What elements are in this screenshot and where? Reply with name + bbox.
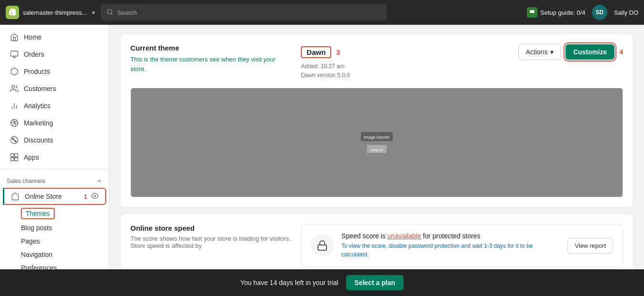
speed-card: Online store speed The score shows how f… xyxy=(121,214,633,269)
store-name-label: salemaster-thimpress... xyxy=(23,9,87,16)
preview-mobile-text: Image banner xyxy=(364,135,390,140)
topbar: salemaster-thimpress... ▾ Setup guide: 0… xyxy=(0,0,644,25)
theme-badge-number: 3 xyxy=(336,48,340,56)
preview-mobile-image-content: Image banner Shop all xyxy=(131,88,623,197)
sidebar-item-products[interactable]: Products xyxy=(3,63,106,80)
marketing-icon xyxy=(10,118,19,128)
sidebar: Home Orders Products xyxy=(0,25,109,269)
sales-channels-section: Sales channels ＋ xyxy=(0,172,109,187)
view-report-button[interactable]: View report xyxy=(567,238,613,254)
orders-icon xyxy=(10,50,19,59)
theme-name-row: Dawn 3 Actions ▾ Customize 4 xyxy=(301,44,623,60)
speed-info-card: Speed score is unavailable for protected… xyxy=(301,224,623,267)
discounts-icon xyxy=(10,135,19,145)
products-icon xyxy=(10,67,19,76)
sidebar-item-analytics[interactable]: Analytics xyxy=(3,97,106,114)
theme-version-label: Dawn version 5.0.0 xyxy=(301,71,623,80)
analytics-icon xyxy=(10,101,19,111)
sidebar-sub-item-blog-posts[interactable]: Blog posts xyxy=(0,221,109,235)
apps-icon xyxy=(10,153,19,162)
customize-button[interactable]: Customize xyxy=(565,44,614,60)
theme-actions-area: Actions ▾ Customize 4 xyxy=(518,44,623,60)
online-store-row[interactable]: Online Store 1 xyxy=(3,188,106,205)
sidebar-wrapper: Home Orders Products xyxy=(0,25,109,269)
setup-guide-button[interactable]: Setup guide: 0/4 xyxy=(527,7,585,18)
user-name-label: Sally DO xyxy=(614,9,638,16)
select-plan-button[interactable]: Select a plan xyxy=(346,275,404,290)
sidebar-item-marketing[interactable]: Marketing xyxy=(3,114,106,132)
theme-preview: salemaster-thimpress-store xyxy=(130,88,623,197)
store-logo-button[interactable]: salemaster-thimpress... ▾ xyxy=(6,6,95,19)
store-chevron-icon: ▾ xyxy=(92,9,95,16)
sidebar-item-discounts-label: Discounts xyxy=(24,136,53,144)
eye-icon[interactable] xyxy=(91,192,99,201)
online-store-label: Online Store xyxy=(25,193,82,200)
shopify-logo-icon xyxy=(6,6,19,19)
current-theme-card: Current theme This is the theme customer… xyxy=(121,34,633,207)
svg-rect-13 xyxy=(15,158,18,161)
speed-unavailable-highlight: unavailable xyxy=(387,232,421,240)
sidebar-item-analytics-label: Analytics xyxy=(24,102,50,110)
speed-section: Online store speed The score shows how f… xyxy=(130,224,623,267)
online-store-number: 1 xyxy=(84,193,87,200)
speed-section-desc: The score shows how fast your store is l… xyxy=(130,235,291,249)
svg-rect-10 xyxy=(11,154,14,157)
svg-point-2 xyxy=(12,85,15,88)
customize-number: 4 xyxy=(619,48,623,56)
sidebar-item-home[interactable]: Home xyxy=(3,29,106,46)
add-sales-channel-icon[interactable]: ＋ xyxy=(97,177,102,185)
flag-icon xyxy=(527,7,537,18)
online-store-container: Online Store 1 xyxy=(0,188,109,205)
sidebar-divider xyxy=(0,169,109,169)
svg-rect-11 xyxy=(15,154,18,157)
current-theme-desc: This is the theme customers see when the… xyxy=(130,55,291,73)
themes-sub-item[interactable]: Themes xyxy=(0,206,109,221)
search-input[interactable] xyxy=(117,9,381,16)
avatar[interactable]: SD xyxy=(592,5,607,20)
lock-icon-wrap xyxy=(311,234,334,257)
sidebar-sub-item-pages[interactable]: Pages xyxy=(0,235,109,248)
speed-left: Online store speed The score shows how f… xyxy=(130,224,291,249)
sidebar-item-apps[interactable]: Apps xyxy=(3,149,106,166)
svg-rect-16 xyxy=(318,245,327,250)
online-store-icon xyxy=(10,192,20,201)
themes-label[interactable]: Themes xyxy=(21,208,55,219)
preview-mobile-image: Image banner Shop all xyxy=(550,109,620,195)
sidebar-item-customers-label: Customers xyxy=(24,85,56,92)
trial-text: You have 14 days left in your trial xyxy=(240,279,338,286)
actions-label: Actions xyxy=(525,48,547,56)
preview-mobile: Welcome to our store ☰ salemaster-thimpr… xyxy=(546,88,623,197)
sidebar-sub-item-preferences[interactable]: Preferences xyxy=(0,261,109,269)
search-icon xyxy=(107,9,113,17)
theme-header: Current theme This is the theme customer… xyxy=(130,44,623,80)
sidebar-nav: Home Orders Products xyxy=(0,25,109,269)
search-bar xyxy=(101,4,386,20)
speed-section-title: Online store speed xyxy=(130,224,291,232)
svg-point-0 xyxy=(108,9,112,13)
sidebar-item-orders-label: Orders xyxy=(24,51,44,58)
customize-label: Customize xyxy=(573,48,607,56)
svg-point-14 xyxy=(94,195,96,197)
theme-added-label: Added: 10:27 am xyxy=(301,62,623,71)
sales-channels-label: Sales channels xyxy=(7,178,45,184)
theme-detail-area: Dawn 3 Actions ▾ Customize 4 xyxy=(301,44,623,80)
sidebar-sub-item-navigation[interactable]: Navigation xyxy=(0,248,109,261)
sidebar-item-customers[interactable]: Customers xyxy=(3,80,106,97)
actions-chevron-icon: ▾ xyxy=(550,48,554,56)
setup-guide-label: Setup guide: 0/4 xyxy=(540,9,585,16)
preview-shop-btn: Shop all xyxy=(367,145,386,153)
speed-card-title: Speed score is unavailable for protected… xyxy=(341,232,560,240)
current-theme-title: Current theme xyxy=(130,44,291,52)
actions-button[interactable]: Actions ▾ xyxy=(518,44,561,60)
preview-mobile-image-label: Image banner xyxy=(361,132,393,141)
speed-right: Speed score is unavailable for protected… xyxy=(301,224,623,267)
speed-card-content: Speed score is unavailable for protected… xyxy=(341,232,560,259)
speed-card-desc: To view the score, disable password prot… xyxy=(341,242,560,259)
sidebar-item-discounts[interactable]: Discounts xyxy=(3,132,106,149)
customers-icon xyxy=(10,84,19,93)
sidebar-item-products-label: Products xyxy=(24,68,50,75)
sidebar-item-orders[interactable]: Orders xyxy=(3,46,106,63)
sidebar-item-home-label: Home xyxy=(24,33,41,41)
sidebar-item-marketing-label: Marketing xyxy=(24,119,53,127)
preview-shop-label: Shop all xyxy=(371,148,383,152)
